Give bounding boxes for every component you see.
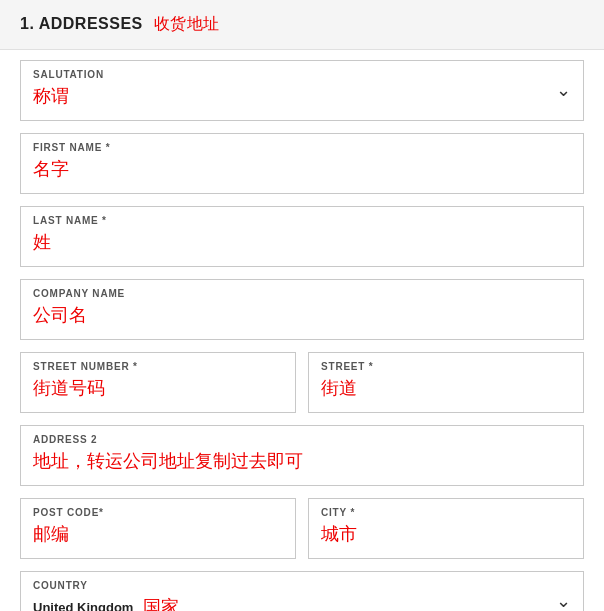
first-name-label: FIRST NAME *	[33, 142, 571, 153]
first-name-field[interactable]: FIRST NAME * 名字	[20, 133, 584, 194]
post-code-label: POST CODE*	[33, 507, 283, 518]
address2-label: ADDRESS 2	[33, 434, 571, 445]
city-label: CITY *	[321, 507, 571, 518]
page-container: 1. ADDRESSES 收货地址 SALUTATION 称谓 ⌄ FIRST …	[0, 0, 604, 611]
post-code-field[interactable]: POST CODE* 邮编	[20, 498, 296, 559]
postcode-city-row: POST CODE* 邮编 CITY * 城市	[20, 498, 584, 571]
street-label: STREET *	[321, 361, 571, 372]
city-value: 城市	[321, 520, 571, 548]
post-code-value: 邮编	[33, 520, 283, 548]
address2-value: 地址，转运公司地址复制过去即可	[33, 447, 571, 475]
country-current-value: United Kingdom	[33, 600, 133, 612]
salutation-chevron-icon: ⌄	[556, 79, 571, 101]
section-title-chinese: 收货地址	[154, 15, 220, 32]
country-chevron-icon: ⌄	[556, 590, 571, 612]
street-value: 街道	[321, 374, 571, 402]
section-header: 1. ADDRESSES 收货地址	[0, 0, 604, 50]
section-number: 1.	[20, 15, 34, 32]
country-field[interactable]: COUNTRY United Kingdom 国家 ⌄	[20, 571, 584, 611]
street-number-value: 街道号码	[33, 374, 283, 402]
last-name-value: 姓	[33, 228, 571, 256]
street-field[interactable]: STREET * 街道	[308, 352, 584, 413]
salutation-field[interactable]: SALUTATION 称谓 ⌄	[20, 60, 584, 121]
salutation-value: 称谓	[33, 82, 104, 110]
country-left: COUNTRY United Kingdom 国家	[33, 580, 179, 611]
country-label: COUNTRY	[33, 580, 179, 591]
last-name-label: LAST NAME *	[33, 215, 571, 226]
company-name-label: COMPANY NAME	[33, 288, 571, 299]
first-name-value: 名字	[33, 155, 571, 183]
company-name-value: 公司名	[33, 301, 571, 329]
salutation-left: SALUTATION 称谓	[33, 69, 104, 110]
street-row: STREET NUMBER * 街道号码 STREET * 街道	[20, 352, 584, 425]
address2-field[interactable]: ADDRESS 2 地址，转运公司地址复制过去即可	[20, 425, 584, 486]
last-name-field[interactable]: LAST NAME * 姓	[20, 206, 584, 267]
company-name-field[interactable]: COMPANY NAME 公司名	[20, 279, 584, 340]
country-chinese-value: 国家	[143, 593, 179, 611]
street-number-label: STREET NUMBER *	[33, 361, 283, 372]
section-title: 1. ADDRESSES 收货地址	[20, 15, 220, 32]
city-field[interactable]: CITY * 城市	[308, 498, 584, 559]
country-bottom: United Kingdom 国家	[33, 593, 179, 611]
salutation-label: SALUTATION	[33, 69, 104, 80]
section-title-text: ADDRESSES	[39, 15, 143, 32]
form-body: SALUTATION 称谓 ⌄ FIRST NAME * 名字 LAST NAM…	[0, 50, 604, 611]
street-number-field[interactable]: STREET NUMBER * 街道号码	[20, 352, 296, 413]
